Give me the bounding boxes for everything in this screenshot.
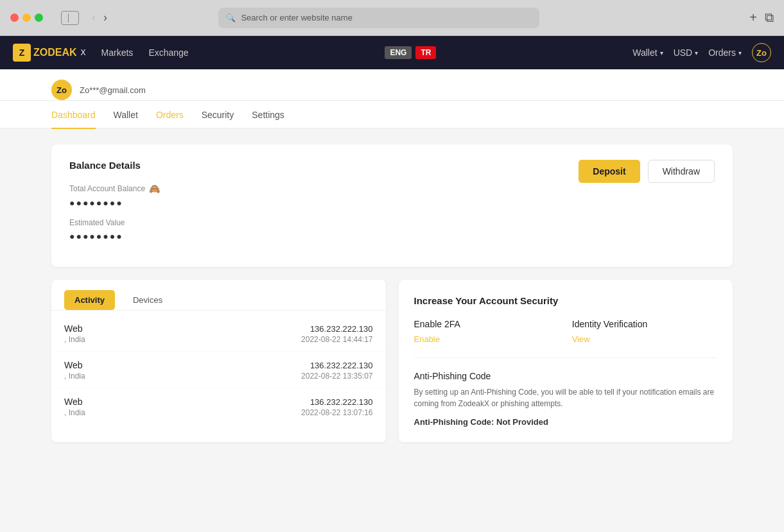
nav-center: ENG TR bbox=[189, 46, 633, 59]
withdraw-button[interactable]: Withdraw bbox=[648, 160, 715, 183]
currency-menu[interactable]: USD ▾ bbox=[674, 47, 699, 58]
balance-actions: Deposit Withdraw bbox=[579, 160, 715, 183]
activity-item-left: Web , India bbox=[64, 397, 85, 417]
sidebar-toggle-icon bbox=[64, 13, 69, 22]
activity-item-left: Web , India bbox=[64, 323, 85, 344]
activity-item: Web , India 136.232.222.130 2022-08-22 1… bbox=[51, 316, 386, 352]
activity-ip: 136.232.222.130 bbox=[301, 324, 372, 334]
url-text: Search or enter website name bbox=[241, 13, 352, 22]
lang-tr-badge[interactable]: TR bbox=[415, 46, 436, 59]
identity-view-link[interactable]: View bbox=[572, 334, 590, 344]
orders-label: Orders bbox=[708, 47, 736, 58]
security-card: Increase Your Account Security Enable 2F… bbox=[399, 280, 733, 442]
nav-right: Wallet ▾ USD ▾ Orders ▾ Zo bbox=[632, 43, 771, 62]
back-button[interactable]: ‹ bbox=[89, 10, 98, 26]
new-tab-button[interactable]: + bbox=[749, 10, 757, 25]
toggle-visibility-icon[interactable]: 🙈 bbox=[149, 184, 160, 194]
maximize-button[interactable] bbox=[35, 13, 43, 22]
wallet-menu[interactable]: Wallet ▾ bbox=[632, 47, 663, 58]
twofa-title: Enable 2FA bbox=[414, 319, 559, 329]
identity-section: Identity Verification View bbox=[572, 319, 717, 345]
total-balance-value: ●●●●●●●● bbox=[69, 198, 160, 208]
markets-link[interactable]: Markets bbox=[101, 47, 134, 58]
activity-item: Web , India 136.232.222.130 2022-08-22 1… bbox=[51, 389, 386, 425]
address-bar[interactable]: 🔍 Search or enter website name bbox=[218, 8, 539, 28]
activity-type: Web bbox=[64, 397, 85, 407]
tab-orders[interactable]: Orders bbox=[156, 101, 184, 129]
logo-area[interactable]: Z ZODEAK X bbox=[13, 44, 86, 62]
activity-time: 2022-08-22 13:35:07 bbox=[301, 372, 372, 381]
twofa-section: Enable 2FA Enable bbox=[414, 319, 559, 345]
balance-title: Balance Details bbox=[69, 160, 160, 171]
tab-security[interactable]: Security bbox=[202, 101, 234, 129]
tab-wallet[interactable]: Wallet bbox=[114, 101, 138, 129]
user-email: Zo***@gmail.com bbox=[80, 85, 146, 95]
activity-location: , India bbox=[64, 408, 85, 417]
antiphishing-title: Anti-Phishing Code bbox=[414, 371, 718, 381]
logo-text: ZODEAK bbox=[33, 47, 77, 58]
activity-card: Activity Devices Web , India 136.232.222… bbox=[51, 280, 386, 442]
balance-left: Balance Details Total Account Balance 🙈 … bbox=[69, 160, 160, 252]
activity-tabs: Activity Devices bbox=[51, 280, 386, 311]
close-button[interactable] bbox=[10, 13, 19, 22]
balance-card: Balance Details Total Account Balance 🙈 … bbox=[51, 144, 733, 267]
total-balance-label: Total Account Balance 🙈 bbox=[69, 184, 160, 194]
currency-label: USD bbox=[674, 47, 693, 58]
activity-type: Web bbox=[64, 323, 85, 334]
user-header: Zo Zo***@gmail.com bbox=[0, 69, 784, 101]
activity-item: Web , India 136.232.222.130 2022-08-22 1… bbox=[51, 352, 386, 389]
logo-icon: Z bbox=[13, 44, 31, 62]
search-icon: 🔍 bbox=[226, 13, 236, 22]
activity-type: Web bbox=[64, 360, 85, 370]
activity-list: Web , India 136.232.222.130 2022-08-22 1… bbox=[51, 311, 386, 430]
activity-item-right: 136.232.222.130 2022-08-22 13:07:16 bbox=[301, 397, 372, 417]
nav-arrows: ‹ › bbox=[89, 10, 110, 26]
user-initials: Zo bbox=[57, 85, 67, 95]
antiphishing-desc: By setting up an Anti-Phishing Code, you… bbox=[414, 386, 718, 409]
nav-links: Markets Exchange bbox=[101, 47, 189, 58]
antiphishing-status-value: Not Provided bbox=[496, 417, 548, 427]
tab-dashboard[interactable]: Dashboard bbox=[51, 101, 96, 129]
estimated-value: ●●●●●●●● bbox=[69, 231, 160, 241]
minimize-button[interactable] bbox=[22, 13, 31, 22]
forward-button[interactable]: › bbox=[101, 10, 110, 26]
tab-settings[interactable]: Settings bbox=[252, 101, 284, 129]
account-tabs: Dashboard Wallet Orders Security Setting… bbox=[0, 101, 784, 129]
activity-item-left: Web , India bbox=[64, 360, 85, 381]
activity-item-right: 136.232.222.130 2022-08-22 13:35:07 bbox=[301, 361, 372, 381]
twofa-enable-link[interactable]: Enable bbox=[414, 334, 440, 344]
currency-dropdown-arrow: ▾ bbox=[695, 49, 698, 56]
bottom-section: Activity Devices Web , India 136.232.222… bbox=[51, 280, 733, 442]
browser-chrome: ‹ › 🔍 Search or enter website name + ⧉ bbox=[0, 0, 784, 36]
page-content: Zo Zo***@gmail.com Dashboard Wallet Orde… bbox=[0, 69, 784, 532]
activity-ip: 136.232.222.130 bbox=[301, 397, 372, 407]
logo-letter: Z bbox=[19, 47, 25, 58]
activity-item-right: 136.232.222.130 2022-08-22 14:44:17 bbox=[301, 324, 372, 344]
activity-tab-devices[interactable]: Devices bbox=[123, 290, 173, 310]
antiphishing-status-label: Anti-Phishing Code: bbox=[414, 417, 494, 427]
wallet-dropdown-arrow: ▾ bbox=[660, 49, 663, 56]
activity-time: 2022-08-22 14:44:17 bbox=[301, 335, 372, 344]
activity-tab-activity[interactable]: Activity bbox=[64, 290, 115, 310]
antiphishing-section: Anti-Phishing Code By setting up an Anti… bbox=[414, 371, 718, 427]
security-row: Enable 2FA Enable Identity Verification … bbox=[414, 319, 718, 358]
orders-dropdown-arrow: ▾ bbox=[738, 49, 742, 56]
navbar: Z ZODEAK X Markets Exchange ENG TR Walle… bbox=[0, 36, 784, 69]
identity-title: Identity Verification bbox=[572, 319, 717, 329]
antiphishing-status: Anti-Phishing Code: Not Provided bbox=[414, 417, 718, 427]
browser-actions: + ⧉ bbox=[749, 10, 774, 25]
activity-time: 2022-08-22 13:07:16 bbox=[301, 408, 372, 417]
security-card-title: Increase Your Account Security bbox=[414, 295, 718, 306]
estimated-label: Estimated Value bbox=[69, 218, 160, 227]
deposit-button[interactable]: Deposit bbox=[579, 160, 640, 183]
logo-x: X bbox=[81, 48, 86, 57]
sidebar-toggle-button[interactable] bbox=[61, 11, 79, 25]
user-avatar[interactable]: Zo bbox=[752, 43, 771, 62]
traffic-lights bbox=[10, 13, 43, 22]
orders-menu[interactable]: Orders ▾ bbox=[708, 47, 742, 58]
exchange-link[interactable]: Exchange bbox=[148, 47, 188, 58]
lang-eng-badge[interactable]: ENG bbox=[385, 46, 412, 59]
wallet-label: Wallet bbox=[632, 47, 657, 58]
copy-button[interactable]: ⧉ bbox=[765, 10, 774, 25]
user-avatar-small: Zo bbox=[51, 80, 72, 100]
